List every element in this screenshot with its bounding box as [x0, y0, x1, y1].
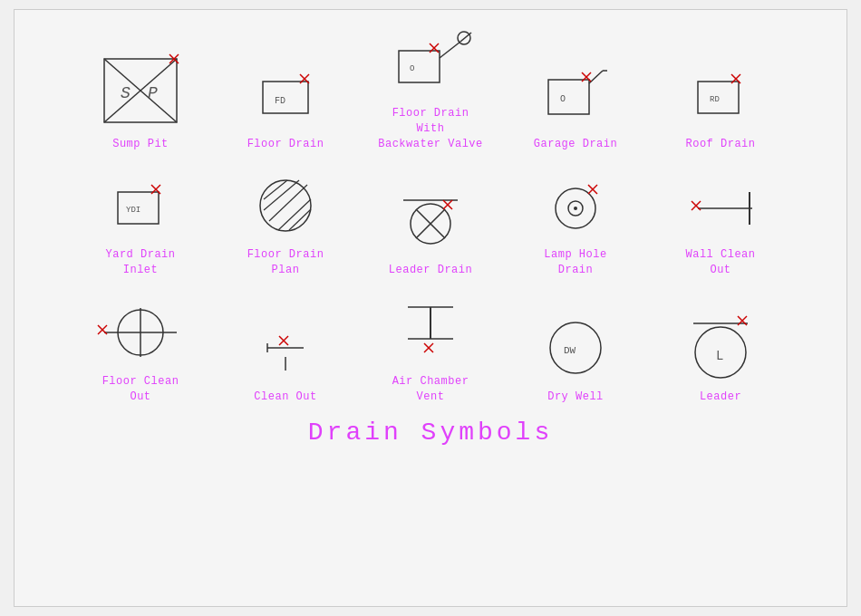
- label-floor-drain-backwater: Floor DrainWithBackwater Valve: [378, 106, 483, 151]
- symbol-leader-drain: Leader Drain: [363, 176, 498, 278]
- symbol-area-yard-drain-inlet: YDI: [86, 160, 195, 242]
- symbol-dry-well: DW Dry Well: [508, 303, 643, 405]
- row-1: S P Sump Pit FD: [68, 19, 793, 151]
- svg-text:L: L: [716, 349, 723, 363]
- symbol-wall-clean-out: Wall CleanOut: [653, 160, 788, 278]
- symbol-area-leader: L: [666, 303, 775, 384]
- label-leader: Leader: [700, 390, 741, 405]
- page-title: Drain Symbols: [308, 419, 553, 447]
- symbol-area-sump-pit: S P: [86, 50, 195, 131]
- symbol-clean-out: Clean Out: [218, 303, 353, 405]
- symbol-leader: L Leader: [653, 303, 788, 405]
- symbol-area-roof-drain: RD: [666, 50, 775, 131]
- label-floor-drain-plan: Floor DrainPlan: [247, 247, 324, 278]
- label-sump-pit: Sump Pit: [112, 137, 169, 152]
- label-air-chamber-vent: Air ChamberVent: [392, 374, 469, 405]
- row-2: YDI Yard DrainInlet: [68, 160, 793, 278]
- label-floor-drain: Floor Drain: [247, 137, 324, 152]
- svg-rect-11: [399, 51, 440, 82]
- symbols-grid: S P Sump Pit FD: [15, 10, 846, 447]
- label-garage-drain: Garage Drain: [534, 137, 617, 152]
- label-roof-drain: Roof Drain: [685, 137, 755, 152]
- svg-text:DW: DW: [564, 345, 576, 356]
- svg-text:P: P: [148, 84, 158, 102]
- label-yard-drain-inlet: Yard DrainInlet: [105, 247, 175, 278]
- symbol-floor-drain-backwater: O Floor DrainWithBackwater Valve: [363, 19, 498, 151]
- svg-text:O: O: [560, 94, 566, 104]
- symbol-sump-pit: S P Sump Pit: [73, 50, 208, 152]
- label-wall-clean-out: Wall CleanOut: [685, 247, 755, 278]
- symbol-area-floor-drain: FD: [231, 50, 340, 131]
- svg-text:RD: RD: [710, 95, 720, 104]
- label-floor-clean-out: Floor CleanOut: [102, 374, 179, 405]
- main-container: S P Sump Pit FD: [14, 9, 847, 607]
- symbol-roof-drain: RD Roof Drain: [653, 50, 788, 152]
- label-clean-out: Clean Out: [254, 390, 316, 405]
- svg-point-46: [574, 207, 577, 210]
- symbol-area-garage-drain: O: [521, 50, 630, 131]
- label-dry-well: Dry Well: [547, 390, 604, 405]
- symbol-area-floor-drain-plan: [231, 160, 340, 242]
- symbol-floor-drain-plan: Floor DrainPlan: [218, 160, 353, 278]
- symbol-area-floor-clean-out: [86, 287, 195, 369]
- symbol-garage-drain: O Garage Drain: [508, 50, 643, 152]
- symbol-area-leader-drain: [376, 176, 485, 257]
- label-leader-drain: Leader Drain: [389, 263, 472, 278]
- svg-rect-18: [548, 80, 589, 114]
- svg-text:YDI: YDI: [126, 206, 140, 215]
- svg-text:FD: FD: [275, 96, 285, 106]
- svg-line-20: [589, 71, 603, 83]
- symbol-area-floor-drain-backwater: O: [376, 19, 485, 101]
- symbol-area-air-chamber-vent: [376, 287, 485, 369]
- symbol-yard-drain-inlet: YDI Yard DrainInlet: [73, 160, 208, 278]
- svg-text:S: S: [121, 84, 131, 102]
- symbol-lamp-hole-drain: Lamp HoleDrain: [508, 160, 643, 278]
- symbol-floor-drain: FD Floor Drain: [218, 50, 353, 152]
- symbol-area-clean-out: [231, 303, 340, 384]
- symbol-area-wall-clean-out: [666, 160, 775, 242]
- label-lamp-hole-drain: Lamp HoleDrain: [544, 247, 606, 278]
- symbol-floor-clean-out: Floor CleanOut: [73, 287, 208, 405]
- symbol-area-lamp-hole-drain: [521, 160, 630, 242]
- row-3: Floor CleanOut Clean Out: [68, 287, 793, 405]
- svg-line-33: [264, 180, 287, 199]
- symbol-air-chamber-vent: Air ChamberVent: [363, 287, 498, 405]
- symbol-area-dry-well: DW: [521, 303, 630, 384]
- svg-text:O: O: [410, 64, 414, 73]
- svg-line-13: [440, 42, 460, 58]
